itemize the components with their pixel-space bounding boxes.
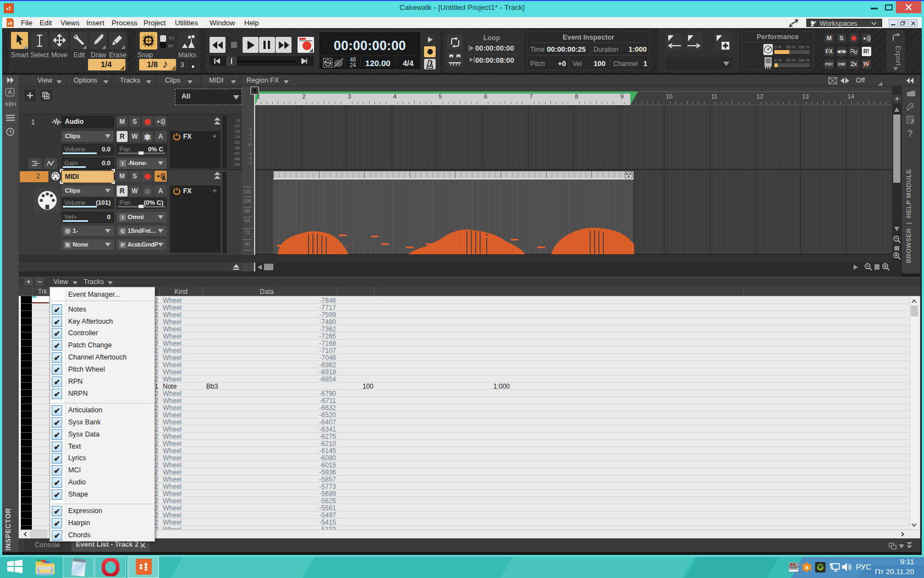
svg-text:a: a (805, 564, 809, 570)
